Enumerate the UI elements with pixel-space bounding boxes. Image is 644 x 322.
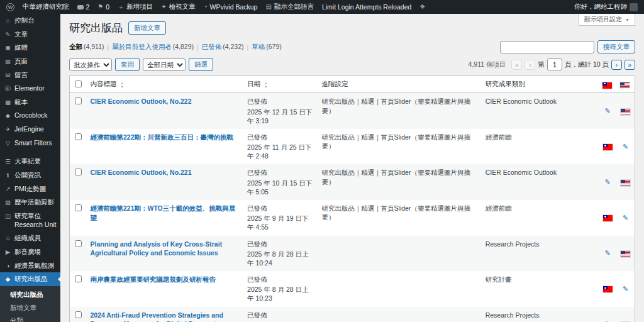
last-page-button[interactable]: » — [625, 60, 635, 70]
sidebar-item-smart-filters[interactable]: ▽ Smart Filters — [0, 136, 60, 150]
sidebar-item-media[interactable]: ▣ 媒體 — [0, 41, 60, 55]
show-all-languages-link[interactable]: ▤ 顯示全部語言 — [265, 3, 313, 11]
sidebar-item-elementor[interactable]: Ⓔ Elementor — [0, 82, 60, 96]
sidebar-item-economic-monitor[interactable]: ◑ 經濟景氣觀測 — [0, 259, 60, 273]
submenu-item-2[interactable]: 分類 — [0, 314, 60, 322]
select-all-checkbox[interactable] — [75, 80, 82, 87]
lang-zh-cell[interactable] — [599, 129, 617, 165]
security-shield-link[interactable]: ❖ — [419, 4, 425, 10]
sidebar-item-posts[interactable]: ✎ 文章 — [0, 28, 60, 42]
submenu-item-0[interactable]: 研究出版品 — [0, 288, 60, 301]
row-checkbox[interactable] — [75, 169, 82, 175]
sidebar-item-public-info[interactable]: ℹ 公開資訊 — [0, 169, 60, 182]
greeting-text: 你好，網站工程師 — [574, 3, 627, 11]
post-title-link[interactable]: 經濟前瞻第221期：WTO三十載的效益、挑戰與展望 — [90, 204, 240, 222]
advanced-settings-cell — [318, 236, 482, 272]
sidebar-item-jetengine[interactable]: ✈ JetEngine — [0, 123, 60, 136]
wordpress-logo-icon: W — [6, 3, 14, 11]
lang-en-cell[interactable] — [616, 93, 635, 129]
apply-button[interactable]: 套用 — [115, 58, 140, 71]
view-posts-link[interactable]: ✦ 檢視文章 — [161, 3, 195, 11]
comments-link[interactable]: 2 — [77, 3, 90, 11]
bulk-actions-select[interactable]: 批次操作 — [69, 58, 112, 71]
sidebar-item-pages[interactable]: ▤ 頁面 — [0, 55, 60, 69]
main-content: 顯示項目設定 ▼ 研究出版品 新增文章 全部(4,911)|屬於目前登入使用者(… — [60, 14, 644, 322]
edit-translation-icon[interactable]: ✎ — [623, 285, 628, 292]
table-row: 2024 Anti-Fraud Prevention Strategies an… — [70, 307, 635, 322]
view-label: 屬於目前登入使用者 — [112, 43, 172, 50]
site-name-link[interactable]: 中華經濟研究院 — [23, 3, 69, 11]
screen-options-button[interactable]: 顯示項目設定 ▼ — [579, 14, 635, 26]
lang-zh-cell[interactable] — [599, 271, 617, 307]
view-label: 草稿 — [252, 43, 265, 50]
view-filter-1[interactable]: 屬於目前登入使用者(4,829) — [112, 43, 194, 52]
column-header-title[interactable]: 內容標題 ▲▼ — [86, 76, 243, 93]
lang-en-cell[interactable]: ✎ — [616, 129, 635, 165]
account-menu[interactable]: 你好，網站工程師 — [574, 3, 638, 11]
next-page-button[interactable]: › — [611, 60, 622, 70]
wpvivid-label: WPvivid Backup — [210, 3, 258, 11]
first-page-button[interactable]: « — [511, 60, 522, 70]
row-checkbox[interactable] — [75, 240, 82, 247]
post-title-link[interactable]: Planning and Analysis of Key Cross-Strai… — [90, 240, 240, 258]
sidebar-item-label: 研究出版品 — [14, 275, 58, 284]
lang-en-cell[interactable] — [616, 307, 635, 322]
post-title-link[interactable]: CIER Economic Outlook, No.222 — [90, 97, 240, 106]
sidebar-item-templates[interactable]: ▦ 範本 — [0, 96, 60, 109]
advanced-settings-cell: 研究出版品｜精選｜首頁Slider（需要精選圖片與摘要） — [318, 200, 482, 236]
edit-translation-icon[interactable]: ✎ — [604, 178, 610, 186]
current-page-input[interactable] — [547, 58, 562, 70]
sidebar-item-pmi-chart[interactable]: ↗ PMI走勢圖 — [0, 182, 60, 196]
book-icon: ◆ — [4, 275, 11, 283]
lang-zh-cell[interactable]: ✎ — [599, 93, 617, 129]
edit-translation-icon[interactable]: ✎ — [604, 107, 610, 114]
lang-zh-cell[interactable] — [599, 200, 617, 236]
view-filter-0[interactable]: 全部(4,911) — [69, 43, 104, 52]
filter-button[interactable]: 篩選 — [189, 58, 213, 71]
row-checkbox[interactable] — [75, 275, 82, 282]
new-content-link[interactable]: ＋ 新增項目 — [118, 3, 153, 11]
wpvivid-backup-link[interactable]: ◔ WPvivid Backup — [204, 3, 258, 11]
view-filter-2[interactable]: 已發佈(4,232) — [202, 43, 244, 52]
wordpress-logo-menu[interactable]: W — [6, 3, 14, 11]
post-title-link[interactable]: 兩岸農業政經重要研究議題規劃及研析報告 — [90, 275, 240, 284]
row-checkbox[interactable] — [75, 133, 82, 140]
lang-en-cell[interactable]: ✎ — [616, 271, 635, 307]
view-filter-3[interactable]: 草稿(679) — [252, 43, 282, 52]
sidebar-item-video-plaza[interactable]: ▶ 影音廣場 — [0, 245, 60, 259]
sidebar-item-comments[interactable]: ✉ 留言 — [0, 69, 60, 82]
lang-zh-cell[interactable]: ✎ — [599, 164, 617, 200]
row-checkbox[interactable] — [75, 311, 82, 318]
lang-en-cell[interactable] — [616, 164, 635, 200]
lang-zh-cell[interactable]: ✎ — [599, 307, 617, 322]
post-title-link[interactable]: 2024 Anti-Fraud Prevention Strategies an… — [90, 311, 240, 322]
edit-translation-icon[interactable]: ✎ — [604, 249, 610, 257]
sidebar-item-research-unit[interactable]: ◫ 研究單位 Research Unit — [0, 209, 60, 231]
lang-zh-cell[interactable]: ✎ — [599, 236, 617, 272]
sidebar-item-milestones[interactable]: ☰ 大事紀要 — [0, 155, 60, 169]
limit-login-link[interactable]: Limit Login Attempts Reloaded — [322, 3, 411, 11]
sidebar-item-crocoblock[interactable]: ◆ Crocoblock — [0, 109, 60, 123]
edit-translation-icon[interactable]: ✎ — [623, 214, 628, 221]
search-posts-button[interactable]: 搜尋文章 — [597, 40, 635, 53]
prev-page-button[interactable]: ‹ — [525, 60, 535, 70]
post-title-link[interactable]: 經濟前瞻第222期：川普新政三百日：臺灣的挑戰 — [90, 133, 240, 142]
edit-translation-icon[interactable]: ✎ — [623, 143, 628, 150]
row-checkbox[interactable] — [75, 204, 82, 211]
search-input[interactable] — [500, 41, 594, 53]
submenu-item-1[interactable]: 新增文章 — [0, 301, 60, 314]
sidebar-item-dashboard[interactable]: ⌂ 控制台 — [0, 14, 60, 28]
dashboard-icon: ⌂ — [4, 16, 11, 25]
lang-en-cell[interactable] — [616, 236, 635, 272]
sidebar-item-members[interactable]: ☺ 組織成員 — [0, 231, 60, 245]
column-header-date[interactable]: 日期 ▲▼ — [243, 76, 318, 93]
pagination: 4,911 個項目 « ‹ 第 頁，總計 10 頁 › » — [469, 58, 635, 70]
row-checkbox[interactable] — [75, 97, 82, 104]
post-title-link[interactable]: CIER Economic Outlook, No.221 — [90, 168, 240, 177]
sidebar-item-publications[interactable]: ◆ 研究出版品 — [0, 272, 60, 286]
add-new-post-button[interactable]: 新增文章 — [128, 21, 166, 35]
date-filter-select[interactable]: 全部日期 — [143, 58, 186, 71]
lang-en-cell[interactable]: ✎ — [616, 200, 635, 236]
flag-status-link[interactable]: ⚑ 0 — [97, 3, 109, 11]
sidebar-item-activity-photos[interactable]: ▧ 歷年活動剪影 — [0, 196, 60, 209]
